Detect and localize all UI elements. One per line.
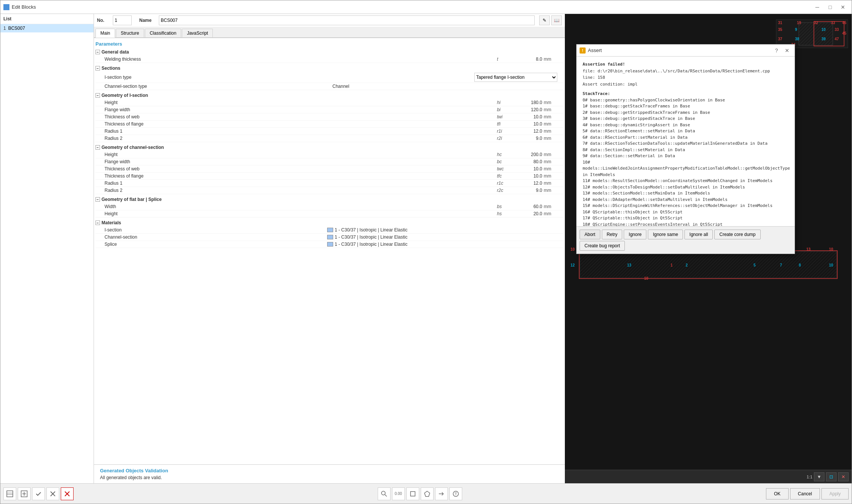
toolbar-left — [3, 487, 74, 500]
section-geom-flat-header: − Geometry of flat bar | Splice — [95, 196, 563, 203]
section-geom-channel-label: Geometry of channel-section — [102, 145, 164, 150]
param-mat-channel-section-val: 1 - C30/37 | Isotropic | Linear Elastic — [335, 234, 557, 240]
tab-javascript[interactable]: JavaScript — [182, 29, 213, 37]
generated-title: Generated Objects Validation — [100, 468, 559, 473]
toolbar-right: OK Cancel Apply — [766, 488, 849, 499]
section-sections-toggle[interactable]: − — [95, 66, 100, 70]
section-materials-toggle[interactable]: − — [95, 221, 100, 225]
param-ch-radius1-sym: r1c — [497, 181, 512, 186]
no-label: No. — [97, 18, 108, 23]
section-geom-i-toggle[interactable]: − — [95, 93, 100, 98]
viewport-bottom-bar: 1:1 ▼ ⊡ ✕ — [565, 470, 852, 483]
edit-button[interactable]: ✎ — [539, 15, 550, 25]
dialog-help-button[interactable]: ? — [772, 46, 781, 55]
param-flat-height: Height hs 20.0 mm — [95, 210, 563, 218]
section-general-toggle[interactable]: − — [95, 50, 100, 54]
param-mat-splice-val: 1 - C30/37 | Isotropic | Linear Elastic — [335, 242, 557, 247]
dialog-close-button[interactable]: ✕ — [783, 46, 792, 55]
param-i-web-thickness-unit: mm — [542, 114, 557, 119]
retry-button[interactable]: Retry — [602, 230, 623, 239]
cancel-button[interactable]: Cancel — [790, 488, 820, 499]
stack-item-3: 3# base::debug::getStrippedStackTrace in… — [583, 116, 789, 122]
window-controls: ─ □ ✕ — [812, 3, 849, 12]
filter-button[interactable] — [449, 487, 462, 500]
shape-button[interactable] — [421, 487, 434, 500]
param-ch-web-thickness-name: Thickness of web — [102, 166, 497, 172]
stack-item-4: 4# base::debug::dynamicStringAssert in B… — [583, 122, 789, 129]
section-materials-header: − Materials — [95, 219, 563, 227]
minimize-button[interactable]: ─ — [812, 3, 823, 12]
svg-rect-40 — [7, 491, 13, 497]
add-button[interactable] — [18, 487, 31, 500]
param-ch-flange-thickness-sym: tfc — [497, 173, 512, 179]
param-i-section-type: I-section type Tapered flange I-section — [95, 72, 563, 83]
assert-dialog: ! Assert ? ✕ Assertion failed! file: d:\… — [576, 44, 795, 254]
delete-button[interactable] — [61, 487, 74, 500]
svg-rect-52 — [411, 492, 415, 496]
name-input[interactable] — [159, 15, 535, 25]
params-area: Parameters − General data Welding thickn… — [94, 38, 565, 464]
param-ch-flange-width-unit: mm — [542, 159, 557, 164]
tab-classification[interactable]: Classification — [145, 29, 181, 37]
maximize-button[interactable]: □ — [824, 3, 836, 12]
section-sections-header: − Sections — [95, 64, 563, 72]
stack-item-0: 0# base::geometry::hasPolygonClockwiseOr… — [583, 97, 789, 104]
dialog-error-line: line: 158 — [583, 74, 789, 81]
dialog-body: Assertion failed! file: d:\r20\bin_relea… — [577, 57, 795, 226]
close-button[interactable]: ✕ — [837, 3, 849, 12]
viewport-zoom: 1:1 — [807, 475, 812, 479]
viewport-settings-button[interactable]: ⊡ — [826, 472, 837, 481]
book-button[interactable]: 📖 — [551, 15, 562, 25]
param-welding-thickness-val: 8.0 — [512, 57, 542, 62]
param-mat-channel-section-name: Channel-section — [102, 234, 327, 240]
param-mat-splice-name: Splice — [102, 242, 327, 247]
zoom-dropdown-button[interactable]: ▼ — [814, 472, 824, 481]
viewport-close-button[interactable]: ✕ — [838, 472, 849, 481]
stack-item-5: 5# data::RSectionElement::setMaterial in… — [583, 128, 789, 135]
list-view-button[interactable] — [3, 487, 16, 500]
stack-item-15: 15# models::DScriptEngineWithReferences:… — [583, 203, 789, 209]
param-ch-radius1-name: Radius 1 — [102, 181, 497, 186]
param-flat-width-name: Width — [102, 204, 497, 209]
core-dump-button[interactable]: Create core dump — [714, 230, 760, 239]
param-ch-radius2-name: Radius 2 — [102, 188, 497, 193]
param-mat-channel-section: Channel-section 1 - C30/37 | Isotropic |… — [95, 234, 563, 241]
bottom-toolbar: 0.00 OK Cancel Apply — [0, 483, 852, 504]
arrow-button[interactable] — [435, 487, 448, 500]
tab-main[interactable]: Main — [95, 29, 115, 38]
section-geom-flat-toggle[interactable]: − — [95, 197, 100, 202]
ignore-all-button[interactable]: Ignore all — [684, 230, 713, 239]
stack-item-13: 13# models::SectionModel::setMainData in… — [583, 190, 789, 197]
svg-marker-53 — [424, 491, 430, 496]
param-i-section-type-select[interactable]: Tapered flange I-section — [474, 73, 557, 82]
param-flat-height-val: 20.0 — [512, 211, 542, 216]
stack-item-11: 11# models::ResultSectionModel::onCoordi… — [583, 178, 789, 184]
param-mat-i-section-val: 1 - C30/37 | Isotropic | Linear Elastic — [335, 227, 557, 233]
param-welding-thickness-unit: mm — [542, 57, 557, 62]
no-input[interactable] — [113, 15, 132, 25]
param-i-flange-thickness: Thickness of flange tfi 10.0 mm — [95, 121, 563, 128]
apply-button[interactable]: Apply — [821, 488, 849, 499]
abort-button[interactable]: Abort — [580, 230, 600, 239]
form-buttons: ✎ 📖 — [539, 15, 562, 25]
square-display-button[interactable] — [406, 487, 419, 500]
list-item[interactable]: 1 BCS007 — [0, 24, 94, 32]
search-button[interactable] — [378, 487, 391, 500]
check-button[interactable] — [32, 487, 45, 500]
param-i-radius1-sym: r1i — [497, 129, 512, 134]
tab-structure[interactable]: Structure — [116, 29, 144, 37]
cross-button[interactable] — [46, 487, 59, 500]
ok-button[interactable]: OK — [766, 488, 788, 499]
param-ch-height-name: Height — [102, 152, 497, 157]
stack-item-16: 16# QScriptable::thisObject in Qt5Script — [583, 209, 789, 216]
section-materials-label: Materials — [102, 220, 121, 225]
ignore-same-button[interactable]: Ignore same — [648, 230, 683, 239]
ignore-button[interactable]: Ignore — [624, 230, 646, 239]
generated-status: All generated objects are valid. — [100, 475, 559, 480]
bug-report-button[interactable]: Create bug report — [580, 241, 625, 251]
section-geom-channel-toggle[interactable]: − — [95, 145, 100, 150]
param-ch-radius1-unit: mm — [542, 181, 557, 186]
param-ch-flange-width-sym: bc — [497, 159, 512, 164]
param-flat-width-val: 60.0 — [512, 204, 542, 209]
number-display-button[interactable]: 0.00 — [392, 487, 405, 500]
